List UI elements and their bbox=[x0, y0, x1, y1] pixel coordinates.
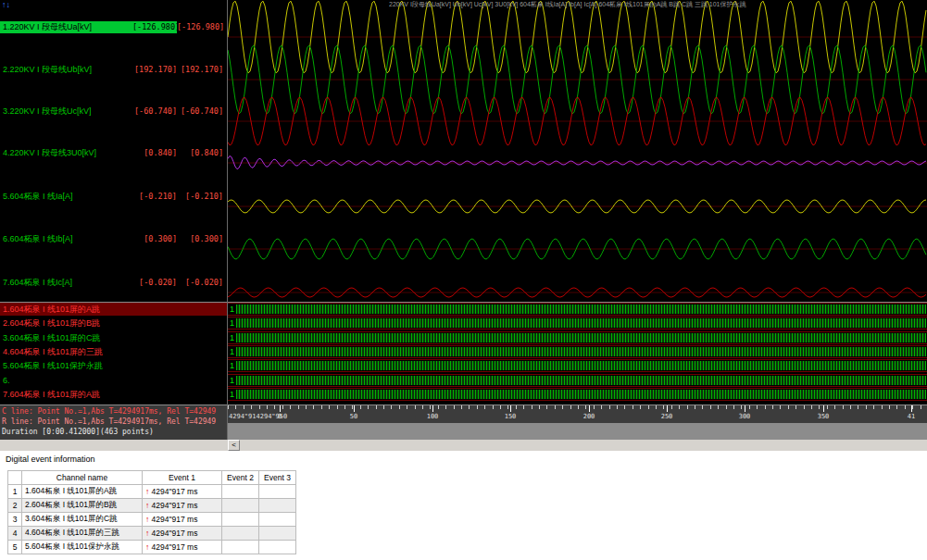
event1-time: 4294"917 ms bbox=[149, 487, 197, 496]
axis-tick-label: 300 bbox=[739, 413, 751, 420]
digital-channel-label[interactable]: 6. bbox=[0, 374, 227, 387]
axis-major-tick bbox=[510, 405, 511, 412]
digital-state-value: 1 bbox=[230, 317, 234, 329]
analog-channel-row[interactable]: 7.604柘泉 I 线Ic[A][-0.020][-0.020] bbox=[0, 277, 227, 289]
event-row[interactable]: 22.604柘泉 I 线101屏的B跳↑ 4294"917 ms bbox=[8, 499, 296, 513]
event-info-section: Digital event information Channel nameEv… bbox=[0, 451, 927, 560]
event-row-number: 1 bbox=[8, 485, 22, 499]
digital-high-band bbox=[236, 390, 926, 399]
analog-channel-row[interactable]: 3.220KV I 段母线Uc[kV][-60.740][-60.740] bbox=[0, 106, 227, 118]
axis-major-tick bbox=[667, 405, 668, 412]
digital-channel-label[interactable]: 4.604柘泉 I 线101屏的三跳 bbox=[0, 345, 227, 358]
digital-state-value: 1 bbox=[230, 304, 234, 315]
analog-channel-label: 3.220KV I 段母线Uc[kV] bbox=[0, 106, 132, 118]
event3-cell bbox=[259, 485, 296, 499]
digital-channel-label[interactable]: 1.604柘泉 I 线101屏的A跳 bbox=[0, 303, 227, 316]
waveform-plot-area[interactable]: 220KV I段母线Ua[kV] Ub[kV] Uc[kV] 3U0[kV] 6… bbox=[228, 0, 927, 302]
analog-channel-row[interactable]: 4.220KV I 段母线3U0[kV][0.840][0.840] bbox=[0, 147, 227, 159]
axis-tick-label: 41 bbox=[908, 413, 915, 420]
digital-state-value: 1 bbox=[230, 375, 234, 386]
event1-time: 4294"917 ms bbox=[149, 515, 197, 524]
analog-channel-label: 4.220KV I 段母线3U0[kV] bbox=[0, 147, 132, 159]
event1-cell: ↑ 4294"917 ms bbox=[143, 485, 222, 499]
digital-high-band bbox=[236, 361, 926, 370]
digital-state-value: 1 bbox=[230, 360, 234, 371]
record-title: 220KV I段母线Ua[kV] Ub[kV] Uc[kV] 3U0[kV] 6… bbox=[389, 0, 927, 8]
event3-cell bbox=[259, 499, 296, 513]
digital-channel-trace: 1 bbox=[228, 345, 927, 358]
event-channel-name: 3.604柘泉 I 线101屏的C跳 bbox=[22, 513, 143, 527]
c-line-status: C line: Point No.=1,Abs T=4294917ms, Rel… bbox=[2, 406, 225, 417]
analog-channel-label: 5.604柘泉 I 线Ia[A] bbox=[0, 191, 132, 203]
axis-major-tick bbox=[280, 405, 281, 412]
event2-cell bbox=[222, 513, 259, 527]
digital-high-band bbox=[236, 333, 926, 342]
event-table-header: Channel name bbox=[22, 471, 143, 485]
event-table-header bbox=[8, 471, 22, 485]
axis-tick-label: 100 bbox=[427, 413, 439, 420]
digital-channel-trace: 1 bbox=[228, 331, 927, 344]
axis-tick-label: 150 bbox=[505, 413, 517, 420]
event3-cell bbox=[259, 527, 296, 541]
digital-channel-label[interactable]: 5.604柘泉 I 线101保护永跳 bbox=[0, 359, 227, 372]
digital-channel-label[interactable]: 3.604柘泉 I 线101屏的C跳 bbox=[0, 331, 227, 344]
event-row-number: 5 bbox=[8, 541, 22, 554]
event2-cell bbox=[222, 541, 259, 554]
event-row[interactable]: 11.604柘泉 I 线101屏的A跳↑ 4294"917 ms bbox=[8, 485, 296, 499]
analog-instant-value: [-126.980] bbox=[132, 21, 177, 33]
analog-instant-value: [-0.210] bbox=[132, 191, 177, 203]
analog-instant-value: [0.300] bbox=[132, 233, 177, 245]
axis-major-tick bbox=[354, 405, 355, 412]
sort-arrows-icon[interactable]: ↑↓ bbox=[2, 0, 22, 9]
axis-tick-label: 0 bbox=[278, 413, 282, 420]
analog-reference-value: [-0.210] bbox=[177, 191, 227, 203]
axis-major-tick bbox=[823, 405, 824, 412]
analog-reference-value: [-126.980] bbox=[177, 21, 227, 33]
analog-reference-value: [192.170] bbox=[177, 64, 227, 76]
event-row[interactable]: 55.604柘泉 I 线101保护永跳↑ 4294"917 ms bbox=[8, 541, 296, 554]
event-row[interactable]: 33.604柘泉 I 线101屏的C跳↑ 4294"917 ms bbox=[8, 513, 296, 527]
axis-filler bbox=[228, 423, 927, 440]
analog-instant-value: [-0.020] bbox=[132, 277, 177, 289]
analog-channel-row[interactable]: 6.604柘泉 I 线Ib[A][0.300][0.300] bbox=[0, 233, 227, 245]
event3-cell bbox=[259, 513, 296, 527]
analog-reference-value: [0.300] bbox=[177, 233, 227, 245]
section-title: Digital event information bbox=[6, 454, 95, 464]
analog-channel-row[interactable]: 1.220KV I 段母线Ua[kV][-126.980][-126.980] bbox=[0, 21, 227, 33]
digital-state-value: 1 bbox=[230, 332, 234, 343]
analog-channel-label: 6.604柘泉 I 线Ib[A] bbox=[0, 233, 132, 245]
digital-channel-trace: 1 bbox=[228, 303, 927, 316]
horizontal-scrollbar[interactable]: < bbox=[0, 440, 927, 451]
event-row[interactable]: 44.604柘泉 I 线101屏的三跳↑ 4294"917 ms bbox=[8, 527, 296, 541]
analog-channel-row[interactable]: 2.220KV I 段母线Ub[kV][192.170][192.170] bbox=[0, 64, 227, 76]
scroll-left-button[interactable]: < bbox=[228, 440, 240, 451]
event1-time: 4294"917 ms bbox=[149, 501, 197, 510]
cursor-status-panel: C line: Point No.=1,Abs T=4294917ms, Rel… bbox=[0, 404, 227, 440]
analog-reference-value: [-0.020] bbox=[177, 277, 227, 289]
digital-high-band bbox=[236, 376, 926, 385]
event1-time: 4294"917 ms bbox=[149, 542, 197, 552]
digital-channel-label[interactable]: 2.604柘泉 I 线101屏的B跳 bbox=[0, 317, 227, 330]
axis-major-tick bbox=[432, 405, 433, 412]
digital-trace-area[interactable]: 1111111 bbox=[228, 303, 927, 404]
digital-channel-trace: 1 bbox=[228, 359, 927, 372]
event1-cell: ↑ 4294"917 ms bbox=[143, 513, 222, 527]
event2-cell bbox=[222, 527, 259, 541]
event1-cell: ↑ 4294"917 ms bbox=[143, 527, 222, 541]
event-channel-name: 4.604柘泉 I 线101屏的三跳 bbox=[22, 527, 143, 541]
event-channel-name: 1.604柘泉 I 线101屏的A跳 bbox=[22, 485, 143, 499]
event1-cell: ↑ 4294"917 ms bbox=[143, 499, 222, 513]
digital-channel-panel: 1.604柘泉 I 线101屏的A跳2.604柘泉 I 线101屏的B跳3.60… bbox=[0, 303, 227, 404]
axis-major-tick bbox=[589, 405, 590, 412]
digital-channel-label[interactable]: 7.604柘泉 I 线101屏的A跳 bbox=[0, 388, 227, 401]
oscillograph-window: ↑↓ 1.220KV I 段母线Ua[kV][-126.980][-126.98… bbox=[0, 0, 927, 560]
digital-high-band bbox=[236, 305, 926, 314]
waveform-canvas bbox=[228, 0, 927, 302]
analog-channel-panel: ↑↓ 1.220KV I 段母线Ua[kV][-126.980][-126.98… bbox=[0, 0, 227, 302]
panel-divider[interactable] bbox=[227, 0, 228, 440]
analog-instant-value: [192.170] bbox=[132, 64, 177, 76]
event1-cell: ↑ 4294"917 ms bbox=[143, 541, 222, 554]
analog-channel-row[interactable]: 5.604柘泉 I 线Ia[A][-0.210][-0.210] bbox=[0, 191, 227, 203]
digital-high-band bbox=[236, 347, 926, 356]
event-table: Channel nameEvent 1Event 2Event 311.604柘… bbox=[7, 470, 296, 554]
